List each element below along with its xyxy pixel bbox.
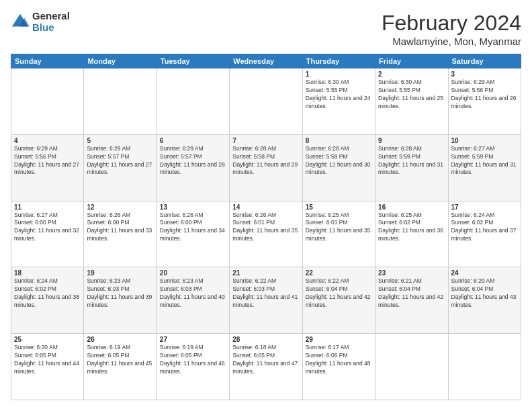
day-info: Sunrise: 6:23 AMSunset: 6:03 PMDaylight:… — [87, 277, 153, 310]
table-cell: 10Sunrise: 6:27 AMSunset: 5:59 PMDayligh… — [448, 134, 521, 201]
day-number: 17 — [451, 203, 518, 211]
page: General Blue February 2024 Mawlamyine, M… — [0, 0, 532, 411]
table-cell: 18Sunrise: 6:24 AMSunset: 6:02 PMDayligh… — [11, 267, 84, 334]
table-cell — [375, 334, 448, 400]
day-number: 5 — [87, 137, 153, 144]
location-title: Mawlamyine, Mon, Myanmar — [382, 36, 521, 47]
table-cell: 4Sunrise: 6:29 AMSunset: 5:56 PMDaylight… — [11, 134, 84, 201]
day-info: Sunrise: 6:19 AMSunset: 6:05 PMDaylight:… — [87, 344, 153, 376]
table-cell: 16Sunrise: 6:25 AMSunset: 6:02 PMDayligh… — [375, 201, 448, 267]
logo: General Blue — [11, 11, 70, 33]
day-info: Sunrise: 6:28 AMSunset: 5:58 PMDaylight:… — [306, 145, 372, 177]
table-cell: 28Sunrise: 6:18 AMSunset: 6:05 PMDayligh… — [230, 334, 302, 400]
calendar-table: Sunday Monday Tuesday Wednesday Thursday… — [11, 54, 521, 400]
table-cell: 19Sunrise: 6:23 AMSunset: 6:03 PMDayligh… — [84, 267, 157, 334]
table-cell: 29Sunrise: 6:17 AMSunset: 6:06 PMDayligh… — [302, 334, 375, 400]
day-info: Sunrise: 6:22 AMSunset: 6:03 PMDaylight:… — [232, 277, 299, 310]
day-info: Sunrise: 6:26 AMSunset: 6:01 PMDaylight:… — [232, 212, 299, 244]
title-block: February 2024 Mawlamyine, Mon, Myanmar — [382, 11, 521, 47]
day-info: Sunrise: 6:23 AMSunset: 6:03 PMDaylight:… — [160, 277, 226, 310]
logo-general-text: General — [32, 11, 70, 22]
day-number: 18 — [14, 269, 81, 277]
table-cell: 15Sunrise: 6:25 AMSunset: 6:01 PMDayligh… — [302, 201, 375, 267]
logo-icon — [11, 13, 30, 32]
table-cell: 24Sunrise: 6:20 AMSunset: 6:04 PMDayligh… — [448, 267, 521, 334]
day-info: Sunrise: 6:18 AMSunset: 6:05 PMDaylight:… — [232, 344, 299, 376]
day-info: Sunrise: 6:28 AMSunset: 5:58 PMDaylight:… — [232, 145, 299, 177]
header-wednesday: Wednesday — [230, 54, 302, 68]
header-tuesday: Tuesday — [157, 54, 229, 68]
day-number: 8 — [306, 137, 372, 144]
day-info: Sunrise: 6:26 AMSunset: 6:00 PMDaylight:… — [160, 212, 226, 244]
month-title: February 2024 — [382, 11, 521, 36]
day-info: Sunrise: 6:27 AMSunset: 6:00 PMDaylight:… — [14, 212, 81, 244]
day-info: Sunrise: 6:24 AMSunset: 6:02 PMDaylight:… — [451, 212, 518, 244]
table-cell: 6Sunrise: 6:29 AMSunset: 5:57 PMDaylight… — [157, 134, 229, 201]
day-number: 26 — [87, 336, 153, 343]
table-cell: 25Sunrise: 6:20 AMSunset: 6:05 PMDayligh… — [11, 334, 84, 400]
weekday-header-row: Sunday Monday Tuesday Wednesday Thursday… — [11, 54, 521, 68]
day-number: 16 — [378, 203, 445, 211]
header-thursday: Thursday — [302, 54, 375, 68]
day-info: Sunrise: 6:17 AMSunset: 6:06 PMDaylight:… — [306, 344, 372, 376]
day-info: Sunrise: 6:29 AMSunset: 5:57 PMDaylight:… — [87, 145, 153, 177]
table-cell: 3Sunrise: 6:29 AMSunset: 5:56 PMDaylight… — [448, 68, 521, 135]
table-cell: 8Sunrise: 6:28 AMSunset: 5:58 PMDaylight… — [302, 134, 375, 201]
table-cell: 11Sunrise: 6:27 AMSunset: 6:00 PMDayligh… — [11, 201, 84, 267]
day-number: 12 — [87, 203, 153, 211]
header: General Blue February 2024 Mawlamyine, M… — [11, 11, 521, 47]
day-number: 21 — [232, 269, 299, 277]
day-number: 10 — [451, 137, 518, 144]
day-number: 11 — [14, 203, 81, 211]
day-number: 7 — [232, 137, 299, 144]
day-number: 19 — [87, 269, 153, 277]
calendar-row: 11Sunrise: 6:27 AMSunset: 6:00 PMDayligh… — [11, 201, 521, 267]
day-number: 27 — [160, 336, 226, 343]
day-number: 15 — [306, 203, 372, 211]
header-saturday: Saturday — [448, 54, 521, 68]
day-info: Sunrise: 6:29 AMSunset: 5:56 PMDaylight:… — [451, 79, 518, 111]
calendar-row: 18Sunrise: 6:24 AMSunset: 6:02 PMDayligh… — [11, 267, 521, 334]
day-info: Sunrise: 6:30 AMSunset: 5:55 PMDaylight:… — [378, 79, 445, 111]
day-number: 4 — [14, 137, 81, 144]
table-cell: 27Sunrise: 6:19 AMSunset: 6:05 PMDayligh… — [157, 334, 229, 400]
calendar-row: 4Sunrise: 6:29 AMSunset: 5:56 PMDaylight… — [11, 134, 521, 201]
day-number: 29 — [306, 336, 372, 343]
table-cell — [11, 68, 84, 135]
table-cell: 20Sunrise: 6:23 AMSunset: 6:03 PMDayligh… — [157, 267, 229, 334]
day-info: Sunrise: 6:25 AMSunset: 6:02 PMDaylight:… — [378, 212, 445, 244]
table-cell: 17Sunrise: 6:24 AMSunset: 6:02 PMDayligh… — [448, 201, 521, 267]
day-info: Sunrise: 6:20 AMSunset: 6:05 PMDaylight:… — [14, 344, 81, 376]
day-info: Sunrise: 6:24 AMSunset: 6:02 PMDaylight:… — [14, 277, 81, 310]
day-number: 20 — [160, 269, 226, 277]
header-sunday: Sunday — [11, 54, 84, 68]
logo-text: General Blue — [32, 11, 70, 33]
day-number: 13 — [160, 203, 226, 211]
table-cell: 13Sunrise: 6:26 AMSunset: 6:00 PMDayligh… — [157, 201, 229, 267]
day-info: Sunrise: 6:27 AMSunset: 5:59 PMDaylight:… — [451, 145, 518, 177]
table-cell: 14Sunrise: 6:26 AMSunset: 6:01 PMDayligh… — [230, 201, 302, 267]
table-cell — [84, 68, 157, 135]
logo-blue-text: Blue — [32, 22, 70, 34]
day-info: Sunrise: 6:30 AMSunset: 5:55 PMDaylight:… — [306, 79, 372, 111]
table-cell: 2Sunrise: 6:30 AMSunset: 5:55 PMDaylight… — [375, 68, 448, 135]
header-monday: Monday — [84, 54, 157, 68]
day-number: 9 — [378, 137, 445, 144]
calendar-row: 25Sunrise: 6:20 AMSunset: 6:05 PMDayligh… — [11, 334, 521, 400]
day-number: 22 — [306, 269, 372, 277]
day-info: Sunrise: 6:21 AMSunset: 6:04 PMDaylight:… — [378, 277, 445, 310]
day-info: Sunrise: 6:29 AMSunset: 5:57 PMDaylight:… — [160, 145, 226, 177]
day-number: 1 — [306, 71, 372, 78]
table-cell: 23Sunrise: 6:21 AMSunset: 6:04 PMDayligh… — [375, 267, 448, 334]
table-cell: 9Sunrise: 6:28 AMSunset: 5:59 PMDaylight… — [375, 134, 448, 201]
table-cell: 22Sunrise: 6:22 AMSunset: 6:04 PMDayligh… — [302, 267, 375, 334]
day-info: Sunrise: 6:28 AMSunset: 5:59 PMDaylight:… — [378, 145, 445, 177]
table-cell — [157, 68, 229, 135]
table-cell: 1Sunrise: 6:30 AMSunset: 5:55 PMDaylight… — [302, 68, 375, 135]
table-cell: 5Sunrise: 6:29 AMSunset: 5:57 PMDaylight… — [84, 134, 157, 201]
day-number: 14 — [232, 203, 299, 211]
day-number: 24 — [451, 269, 518, 277]
table-cell: 12Sunrise: 6:26 AMSunset: 6:00 PMDayligh… — [84, 201, 157, 267]
day-info: Sunrise: 6:19 AMSunset: 6:05 PMDaylight:… — [160, 344, 226, 376]
header-friday: Friday — [375, 54, 448, 68]
